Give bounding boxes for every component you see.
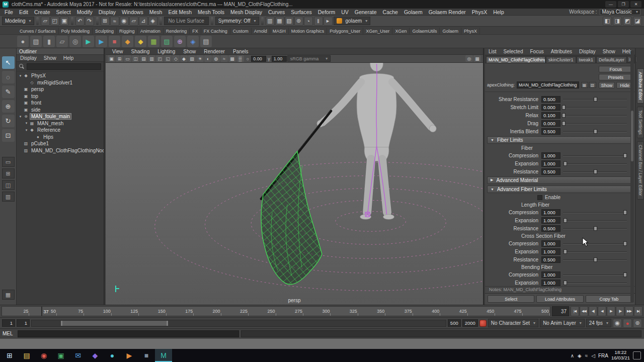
shelf-tab[interactable]: Custom [230,28,252,34]
slider-handle[interactable] [594,226,597,231]
shelf-tab[interactable]: Rigging [117,28,138,34]
vp-isolate-select-icon[interactable]: ◎ [465,55,473,62]
menu-item[interactable]: Edit Mesh [165,9,195,15]
maximize-button[interactable]: ❐ [618,1,629,8]
symmetry-selector[interactable]: Symmetry: Off [215,17,259,25]
slider-handle[interactable] [562,105,566,110]
fps-selector[interactable]: 24 fps [586,319,611,327]
shelf-cylinder-icon[interactable]: ▮ [43,36,55,47]
node-tab[interactable]: skinCluster1 [546,56,576,63]
section-header[interactable]: ▶ Advanced Material [487,176,633,184]
taskbar-mail-icon[interactable]: ✉ [69,349,87,362]
golaem-renderer-selector[interactable]: golaem [334,17,371,25]
command-line-input[interactable] [18,330,239,337]
tray-expand-icon[interactable]: ∧ [571,353,574,358]
show-button[interactable]: Show [599,82,615,88]
step-forward-frame-button[interactable]: |▶ [616,306,624,316]
outliner-item[interactable]: ▣ side [17,107,104,114]
slider-handle[interactable] [623,241,627,246]
viewport-menu-item[interactable]: Lighting [153,49,179,54]
shelf-tab[interactable]: FX Caching [201,28,230,34]
playblast-icon[interactable]: ▸ [324,17,333,26]
go-to-end-button[interactable]: ▶| [634,306,642,316]
slider-handle[interactable] [594,169,597,174]
slider-handle[interactable] [564,281,567,285]
toggle-toolsettings-icon[interactable]: ◩ [623,17,632,26]
attribute-value-field[interactable]: 0.500 [541,128,560,135]
attribute-value-field[interactable]: 0.500 [541,225,560,232]
attribute-slider[interactable] [563,256,627,263]
taskbar-explorer-icon[interactable]: ▤ [18,349,35,362]
outliner-menu-item[interactable]: Show [40,55,60,61]
attribute-value-field[interactable]: 0.000 [541,120,560,127]
slider-handle[interactable] [623,273,627,277]
layout-two-pane-icon[interactable]: ◫ [2,180,15,190]
enable-checkbox[interactable] [537,195,542,200]
menu-item[interactable]: Deform [315,9,338,15]
attribute-slider[interactable] [563,217,627,224]
attribute-slider[interactable] [563,104,627,111]
attribute-slider[interactable] [563,248,627,255]
menu-item[interactable]: Modify [74,9,96,15]
viewport-menu-item[interactable]: Show [179,49,200,54]
paint-select-tool[interactable]: ✎ [2,85,15,98]
layout-four-pane-icon[interactable]: ⊞ [2,168,15,178]
slider-handle[interactable] [594,257,597,262]
shelf-golaem-crowd-icon[interactable]: ◆ [135,36,146,47]
attribute-editor-menu-item[interactable]: Focus [526,49,547,54]
render-frame-icon[interactable]: ▦ [275,17,284,26]
attribute-scrollbar[interactable] [630,50,634,303]
animation-start-field[interactable]: 1 [2,319,15,327]
anim-layer-selector[interactable]: No Anim Layer [540,319,585,327]
snap-point-icon[interactable]: ◉ [120,17,129,26]
slider-handle[interactable] [564,218,567,223]
attribute-slider[interactable] [563,128,627,135]
playback-end-field[interactable]: 500 [448,319,461,327]
vp-textured-icon[interactable]: ▨ [188,55,196,62]
shelf-tab[interactable]: PhysX [461,28,480,34]
menu-item[interactable]: UV [338,9,352,15]
taskbar-clock[interactable]: 18:22 16/03/21 [611,350,630,361]
attribute-value-field[interactable]: 1.000 [541,272,560,278]
render-settings-icon[interactable]: ⊛ [294,17,303,26]
playback-range-bar[interactable] [61,321,169,326]
exposure-icon[interactable]: ☼ [245,56,251,61]
shelf-tab[interactable]: Golaem [440,28,461,34]
step-back-frame-button[interactable]: ◀| [589,306,597,316]
close-button[interactable]: ✕ [630,1,641,8]
slider-handle[interactable] [564,249,567,254]
attribute-slider[interactable] [563,272,627,278]
character-set-selector[interactable]: No Character Set [488,319,538,327]
outliner-item[interactable]: ▣ front [17,100,104,107]
vp-safe-action-icon[interactable]: ◰ [156,55,164,62]
shelf-tab[interactable]: Curves / Surfaces [17,28,59,34]
attribute-slider[interactable] [563,120,627,127]
outliner-item[interactable]: ▾ ◆ Reference [17,127,104,134]
attribute-editor-menu-item[interactable]: Show [599,49,619,54]
load-attributes-button[interactable]: Load Attributes [536,295,583,303]
attribute-slider[interactable] [563,112,627,119]
expand-arrow-icon[interactable]: ▾ [24,121,29,125]
go-to-start-button[interactable]: |◀ [571,306,579,316]
current-time-field[interactable]: 37 [552,306,569,316]
shelf-tab[interactable]: Arnold [252,28,270,34]
viewport-menu-item[interactable]: Shading [127,49,154,54]
copy-tab-button[interactable]: Copy Tab [586,295,632,303]
panel-thumbnail-icon[interactable]: ▦ [2,290,15,300]
menu-item[interactable]: Mesh [146,9,166,15]
shelf-sphere-icon[interactable]: ● [17,36,29,47]
open-scene-icon[interactable]: ◰ [50,17,59,26]
attribute-value-field[interactable]: 0.100 [541,112,560,119]
slider-handle[interactable] [623,153,627,158]
outliner-item[interactable]: ▣ top [17,93,104,100]
shelf-tab[interactable]: Rendering [164,28,190,34]
attribute-editor-menu-item[interactable]: Selected [500,49,527,54]
taskbar-language[interactable]: FRA [598,353,608,358]
layout-outliner-persp-icon[interactable]: ▥ [2,192,15,202]
make-live-icon[interactable]: ◈ [148,17,157,26]
taskbar-store-icon[interactable]: ▣ [52,349,69,362]
panel-tab[interactable]: Attribute Editor [637,68,644,104]
node-name-field[interactable]: MAN_MD_ClothFlagClothing [517,81,579,88]
menu-item[interactable]: Curves [265,9,288,15]
expand-arrow-icon[interactable]: ▾ [18,74,23,78]
